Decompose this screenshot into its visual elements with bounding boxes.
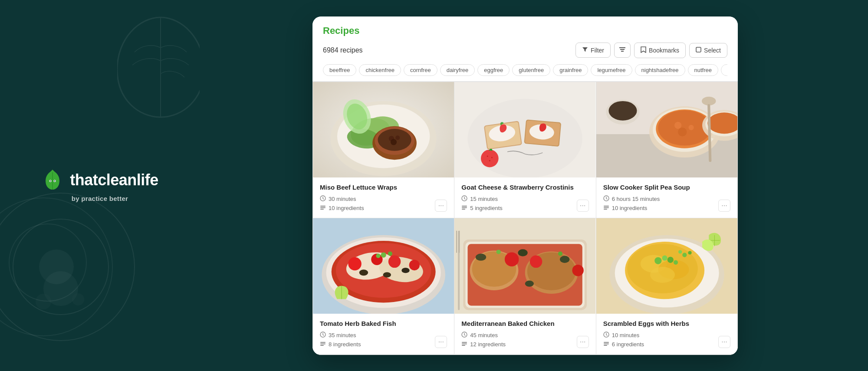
svg-point-119: [662, 255, 667, 260]
filter-tag-beeffree[interactable]: beeffree: [323, 64, 356, 76]
recipe-ingredients-value: 10 ingredients: [329, 205, 364, 211]
recipe-more-button[interactable]: ···: [718, 336, 730, 348]
filter-tag-cornfree[interactable]: cornfree: [404, 64, 437, 76]
recipe-info: Mediterranean Baked Chicken 45 minutes: [454, 314, 595, 354]
svg-point-57: [688, 125, 694, 130]
recipe-meta-row: 35 minutes 8 ingredients ···: [320, 332, 447, 348]
recipe-more-button[interactable]: ···: [718, 200, 730, 212]
svg-point-78: [359, 269, 368, 276]
ingredients-icon: [320, 341, 326, 348]
recipe-meta-row: 30 minutes 10 ingredients ···: [320, 195, 447, 212]
recipe-time: 30 minutes: [320, 195, 364, 203]
svg-rect-47: [462, 209, 465, 210]
svg-point-76: [388, 255, 401, 267]
recipe-card[interactable]: Mediterranean Baked Chicken 45 minutes: [454, 218, 595, 354]
svg-point-56: [674, 121, 681, 128]
filter-tag-nightshadefree[interactable]: nightshadefree: [635, 64, 685, 76]
svg-point-7: [50, 181, 51, 181]
svg-point-42: [491, 157, 493, 158]
recipe-time-value: 35 minutes: [329, 332, 356, 338]
recipe-ingredients-value: 10 ingredients: [612, 205, 648, 211]
svg-rect-128: [604, 345, 607, 346]
recipe-info: Goat Cheese & Strawberry Crostinis 15 mi…: [454, 177, 595, 218]
svg-point-117: [650, 267, 675, 283]
recipe-ingredients: 12 ingredients: [461, 341, 506, 348]
recipe-time: 45 minutes: [461, 332, 506, 339]
svg-point-4: [72, 293, 84, 305]
bookmarks-button[interactable]: Bookmarks: [634, 43, 686, 58]
filter-tag-legumefree[interactable]: legumefree: [591, 64, 632, 76]
recipe-info: Scrambled Eggs with Herbs 10 minutes: [596, 314, 737, 354]
content-card: Recipes 6984 recipes Filter: [312, 16, 738, 355]
recipe-meta-left: 30 minutes 10 ingredients: [320, 195, 364, 212]
filter-tag-dairyfree[interactable]: dairyfree: [440, 64, 475, 76]
recipe-meta-row: 15 minutes 5 ingredients ···: [461, 195, 589, 212]
svg-point-121: [674, 260, 678, 264]
recipe-more-button[interactable]: ···: [577, 200, 589, 212]
recipes-grid: Miso Beef Lettuce Wraps 30 minutes: [312, 82, 738, 355]
svg-point-40: [482, 150, 498, 166]
recipe-meta-left: 6 hours 15 minutes 10 ingredients: [603, 195, 660, 212]
recipe-meta-left: 45 minutes 12 ingredients: [461, 332, 506, 348]
recipe-card[interactable]: Tomato Herb Baked Fish 35 minutes: [313, 218, 454, 354]
svg-point-98: [560, 256, 569, 263]
recipe-ingredients-value: 12 ingredients: [470, 341, 506, 348]
svg-point-58: [678, 127, 687, 136]
recipe-card[interactable]: Slow Cooker Split Pea Soup 6 hours 15 mi…: [596, 82, 737, 218]
recipe-more-button[interactable]: ···: [435, 200, 447, 212]
svg-point-123: [688, 251, 691, 254]
filter-icon: [582, 46, 588, 54]
svg-rect-28: [320, 206, 326, 207]
filter-button[interactable]: Filter: [575, 43, 611, 58]
svg-point-101: [530, 255, 542, 267]
svg-point-43: [489, 160, 490, 161]
recipe-more-button[interactable]: ···: [435, 336, 447, 348]
toolbar-actions: Filter: [575, 43, 727, 58]
filter-tag-eggfree[interactable]: eggfree: [477, 64, 510, 76]
ingredients-icon: [603, 204, 609, 212]
recipe-ingredients: 10 ingredients: [320, 204, 364, 212]
recipe-image-wrap: [313, 218, 454, 314]
clock-icon: [603, 195, 609, 203]
filter-label: Filter: [591, 47, 604, 54]
svg-rect-126: [604, 342, 609, 343]
ingredients-icon: [461, 341, 467, 348]
svg-point-104: [558, 251, 562, 256]
brand-name: thatcleanlife: [70, 171, 158, 189]
recipe-card[interactable]: Miso Beef Lettuce Wraps 30 minutes: [313, 82, 454, 218]
svg-point-80: [401, 268, 409, 273]
recipe-time-value: 15 minutes: [470, 196, 498, 202]
recipe-card[interactable]: Goat Cheese & Strawberry Crostinis 15 mi…: [454, 82, 595, 218]
select-icon: [696, 47, 701, 54]
filter-tag-glutenfree[interactable]: glutenfree: [512, 64, 550, 76]
filter-tag-grainfree[interactable]: grainfree: [553, 64, 588, 76]
filter-tag-oilfree[interactable]: oilfree: [721, 64, 727, 76]
svg-point-124: [678, 250, 682, 253]
recipe-meta-left: 10 minutes 6 ingredients: [603, 332, 644, 348]
select-button[interactable]: Select: [689, 43, 727, 58]
recipe-card[interactable]: Scrambled Eggs with Herbs 10 minutes: [596, 218, 737, 354]
svg-point-122: [682, 253, 687, 257]
svg-point-77: [409, 259, 420, 270]
recipe-info: Miso Beef Lettuce Wraps 30 minutes: [313, 177, 454, 218]
ingredients-icon: [461, 204, 467, 212]
filter-tag-chickenfree[interactable]: chickenfree: [359, 64, 401, 76]
recipe-name: Miso Beef Lettuce Wraps: [320, 184, 447, 191]
svg-point-83: [376, 253, 380, 258]
svg-point-79: [383, 272, 391, 277]
sort-button[interactable]: [614, 43, 631, 58]
recipe-more-button[interactable]: ···: [577, 336, 589, 348]
recipe-meta-left: 35 minutes 8 ingredients: [320, 332, 361, 348]
svg-point-102: [572, 264, 584, 276]
recipe-name: Tomato Herb Baked Fish: [320, 320, 447, 327]
filter-tag-nutfree[interactable]: nutfree: [688, 64, 718, 76]
svg-rect-64: [604, 206, 609, 207]
bookmarks-label: Bookmarks: [649, 47, 679, 54]
svg-point-51: [608, 101, 637, 120]
select-label: Select: [704, 47, 721, 54]
svg-point-81: [381, 252, 386, 257]
recipe-time: 35 minutes: [320, 332, 361, 339]
svg-rect-86: [320, 343, 326, 344]
recipe-count: 6984 recipes: [323, 46, 363, 54]
svg-rect-30: [320, 209, 324, 210]
